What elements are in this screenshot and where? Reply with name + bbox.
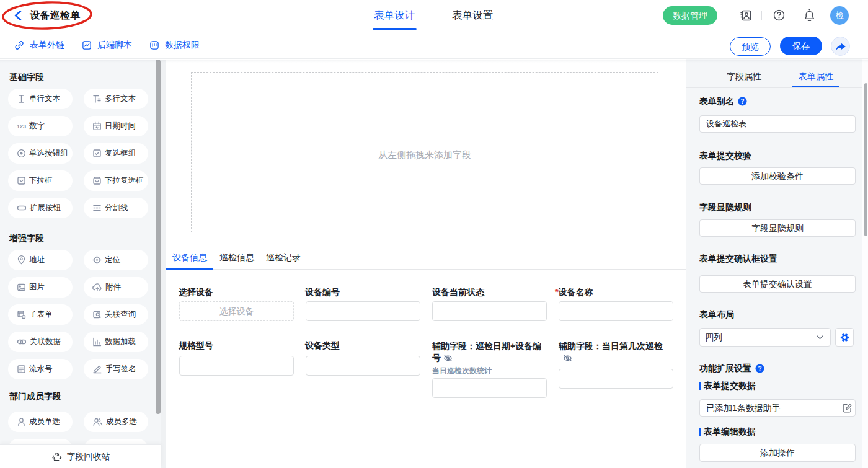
svg-text:?: ? [740,98,744,105]
svg-text:?: ? [758,365,761,372]
